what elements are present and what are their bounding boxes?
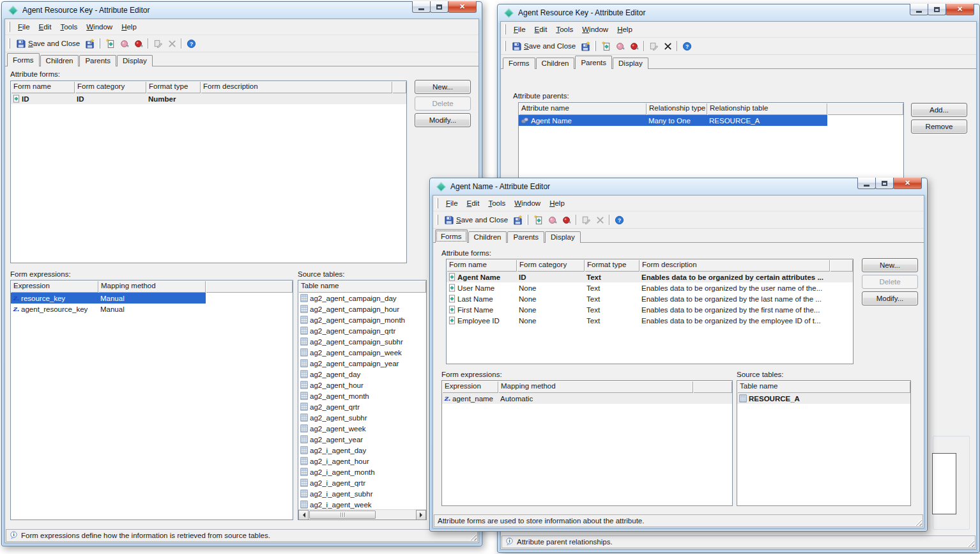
table-row[interactable]: RESOURCE_A bbox=[737, 393, 910, 404]
new-attribute-icon[interactable] bbox=[103, 36, 118, 50]
table-row[interactable]: z.agent_resource_keyManual bbox=[11, 304, 293, 314]
table-row[interactable]: ag2_agent_campaign_week bbox=[298, 347, 426, 358]
scrollbar-thumb[interactable] bbox=[309, 511, 376, 519]
tab-display[interactable]: Display bbox=[545, 231, 581, 243]
table-row[interactable]: ag2_agent_week bbox=[298, 423, 426, 434]
tab-display[interactable]: Display bbox=[117, 55, 153, 66]
column-header-expression[interactable]: Expression bbox=[442, 381, 498, 393]
resize-grip[interactable] bbox=[914, 518, 922, 526]
column-header-form-description[interactable]: Form description bbox=[639, 259, 830, 272]
titlebar[interactable]: Agent Name - Attribute Editor ✕ bbox=[433, 178, 924, 195]
table-row[interactable]: ag2_i_agent_hour bbox=[298, 456, 426, 466]
table-row[interactable]: ag2_i_agent_subhr bbox=[298, 488, 426, 499]
maximize-button[interactable] bbox=[430, 1, 448, 13]
menu-edit[interactable]: Edit bbox=[530, 24, 552, 35]
table-row[interactable]: z.agent_nameAutomatic bbox=[442, 393, 732, 404]
tab-children[interactable]: Children bbox=[536, 58, 575, 69]
column-header-attribute-name[interactable]: Attribute name bbox=[519, 103, 647, 115]
table-row[interactable]: ag2_agent_hour bbox=[298, 380, 426, 390]
scrollbar-track[interactable] bbox=[309, 510, 416, 520]
menu-edit[interactable]: Edit bbox=[34, 21, 56, 33]
menu-window[interactable]: Window bbox=[578, 24, 613, 35]
save-as-icon[interactable] bbox=[578, 39, 592, 53]
menu-tools[interactable]: Tools bbox=[551, 24, 578, 35]
new-attribute-icon[interactable] bbox=[599, 39, 613, 53]
column-header-relationship-type[interactable]: Relationship type bbox=[647, 103, 707, 115]
table-row[interactable]: ag2_agent_subhr bbox=[298, 412, 426, 423]
tab-children[interactable]: Children bbox=[40, 55, 79, 66]
attribute-forms-table[interactable]: Form nameForm categoryFormat typeForm de… bbox=[10, 81, 407, 263]
table-row[interactable]: ag2_agent_campaign_year bbox=[298, 358, 426, 369]
column-header-expression[interactable]: Expression bbox=[11, 281, 98, 293]
column-header-form-name[interactable]: Form name bbox=[447, 259, 517, 272]
column-header-mapping-method[interactable]: Mapping method bbox=[498, 381, 693, 393]
resize-grip[interactable] bbox=[468, 532, 477, 541]
delete-icon[interactable] bbox=[661, 39, 675, 53]
add-button[interactable]: Add... bbox=[911, 103, 967, 117]
red-sphere-icon[interactable] bbox=[132, 36, 146, 50]
table-row[interactable]: ag2_agent_month bbox=[298, 390, 426, 401]
help-icon[interactable]: ? bbox=[184, 36, 198, 50]
menu-window[interactable]: Window bbox=[82, 21, 117, 33]
tab-forms[interactable]: Forms bbox=[7, 53, 40, 66]
column-header-table-name[interactable]: Table name bbox=[737, 381, 910, 393]
maximize-button[interactable] bbox=[875, 178, 894, 189]
table-row[interactable]: ag2_agent_campaign_day bbox=[298, 293, 426, 304]
column-header-relationship-table[interactable]: Relationship table bbox=[707, 103, 827, 115]
scroll-right-button[interactable] bbox=[416, 510, 426, 520]
table-row[interactable]: Agent NameIDTextEnables data to be organ… bbox=[447, 272, 853, 282]
tab-display[interactable]: Display bbox=[613, 58, 648, 69]
help-icon[interactable]: ? bbox=[612, 213, 626, 227]
menu-help[interactable]: Help bbox=[545, 197, 569, 209]
menu-window[interactable]: Window bbox=[510, 197, 545, 209]
window-agent-name-forms[interactable]: Agent Name - Attribute Editor ✕ FileEdit… bbox=[429, 178, 928, 532]
tab-parents[interactable]: Parents bbox=[507, 231, 544, 243]
column-header-form-name[interactable]: Form name bbox=[11, 81, 75, 93]
scroll-left-button[interactable] bbox=[298, 510, 309, 520]
table-row[interactable]: ag2_i_agent_qrtr bbox=[298, 477, 426, 488]
menu-edit[interactable]: Edit bbox=[463, 197, 484, 209]
red-sphere-icon[interactable] bbox=[627, 39, 641, 53]
new-attribute-icon[interactable] bbox=[532, 213, 546, 227]
horizontal-scrollbar[interactable] bbox=[298, 509, 426, 519]
minimize-button[interactable] bbox=[412, 1, 431, 13]
save-as-icon[interactable] bbox=[82, 36, 96, 50]
table-row[interactable]: First NameNoneTextEnables data to be org… bbox=[447, 304, 853, 315]
close-button[interactable]: ✕ bbox=[893, 178, 922, 189]
titlebar[interactable]: Agent Resource Key - Attribute Editor ✕ bbox=[500, 4, 977, 21]
column-header-format-type[interactable]: Format type bbox=[146, 81, 201, 93]
close-button[interactable]: ✕ bbox=[448, 1, 477, 13]
modify-button[interactable]: Modify... bbox=[415, 113, 471, 127]
red-sphere-icon[interactable] bbox=[560, 213, 574, 227]
form-expressions-table[interactable]: ExpressionMapping methodz.resource_keyMa… bbox=[10, 280, 293, 520]
menu-file[interactable]: File bbox=[509, 24, 530, 35]
table-row[interactable]: ag2_i_agent_week bbox=[298, 499, 426, 510]
tab-forms[interactable]: Forms bbox=[435, 229, 468, 243]
save-as-icon[interactable] bbox=[510, 213, 524, 227]
help-icon[interactable]: ? bbox=[680, 39, 694, 53]
table-row[interactable]: ag2_agent_qrtr bbox=[298, 401, 426, 412]
tab-parents[interactable]: Parents bbox=[79, 55, 116, 66]
pink-sphere-icon[interactable] bbox=[118, 36, 132, 50]
table-row[interactable]: IDIDNumber bbox=[11, 93, 406, 104]
table-row[interactable]: ag2_agent_year bbox=[298, 434, 426, 445]
table-row[interactable]: z.resource_keyManual bbox=[11, 293, 293, 304]
table-row[interactable]: Agent NameMany to OneRESOURCE_A bbox=[519, 115, 903, 126]
menu-file[interactable]: File bbox=[13, 21, 34, 33]
column-header-form-category[interactable]: Form category bbox=[75, 81, 146, 93]
maximize-button[interactable] bbox=[928, 4, 946, 15]
table-row[interactable]: ag2_i_agent_day bbox=[298, 445, 426, 456]
source-tables-list[interactable]: Table nameRESOURCE_A bbox=[737, 380, 911, 506]
close-button[interactable]: ✕ bbox=[946, 4, 974, 15]
menu-tools[interactable]: Tools bbox=[484, 197, 510, 209]
window-agent-resource-key-forms[interactable]: Agent Resource Key - Attribute Editor ✕ … bbox=[1, 1, 482, 546]
save-and-close-button[interactable]: Save and Close bbox=[13, 38, 82, 50]
table-row[interactable]: User NameNoneTextEnables data to be orga… bbox=[447, 282, 853, 293]
new-button[interactable]: New... bbox=[862, 258, 918, 272]
titlebar[interactable]: Agent Resource Key - Attribute Editor ✕ bbox=[4, 2, 479, 19]
table-row[interactable]: ag2_i_agent_month bbox=[298, 466, 426, 477]
table-row[interactable]: Last NameNoneTextEnables data to be orga… bbox=[447, 293, 853, 304]
menu-help[interactable]: Help bbox=[117, 21, 141, 33]
table-row[interactable]: Employee IDNoneTextEnables data to be or… bbox=[447, 315, 853, 326]
attribute-forms-table[interactable]: Form nameForm categoryFormat typeForm de… bbox=[446, 259, 854, 364]
